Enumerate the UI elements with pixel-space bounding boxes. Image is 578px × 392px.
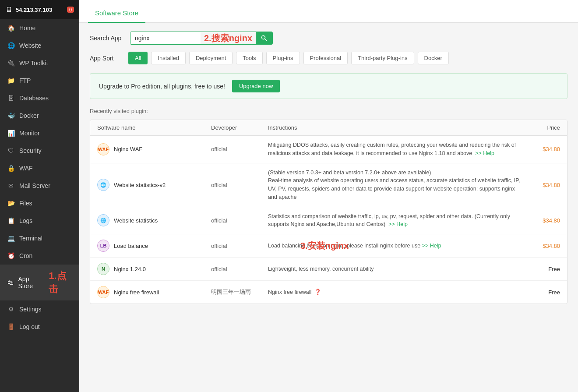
app-icon: N: [97, 263, 109, 275]
home-icon: 🏠: [7, 24, 15, 32]
price: $34.80: [521, 182, 560, 188]
app-icon: 🌐: [97, 214, 109, 226]
table-row[interactable]: LB Load balance official Load balancing …: [90, 234, 567, 258]
app-name: Nginx free firewall: [114, 289, 159, 296]
search-label: Search App: [90, 35, 125, 42]
instructions: Nginx free firewall ❓: [268, 288, 521, 297]
app-name-cell: WAF Nginx WAF: [97, 143, 211, 155]
sidebar-item-docker[interactable]: 🐳 Docker: [0, 107, 79, 124]
search-input[interactable]: [130, 32, 201, 44]
app-name: Website statistics-v2: [114, 182, 166, 188]
sidebar-item-settings[interactable]: ⚙ Settings: [0, 300, 79, 318]
sidebar-item-cron[interactable]: ⏰ Cron: [0, 247, 79, 265]
app-icon: WAF: [97, 286, 109, 298]
sidebar-item-label: Docker: [19, 112, 39, 119]
sidebar-item-logs[interactable]: 📋 Logs: [0, 212, 79, 230]
upgrade-now-button[interactable]: Upgrade now: [232, 80, 280, 92]
sidebar-item-label: Log out: [19, 323, 40, 330]
instructions: Lightweight, less memory, concurrent abi…: [268, 265, 521, 273]
developer: official: [211, 182, 268, 188]
sidebar-item-ftp[interactable]: 📁 FTP: [0, 72, 79, 89]
app-icon: 🌐: [97, 179, 109, 191]
tab-software-store[interactable]: Software Store: [88, 3, 145, 23]
price: $34.80: [521, 243, 560, 249]
search-row: Search App 2.搜索nginx: [90, 32, 567, 45]
sidebar-item-label: WAF: [19, 165, 33, 172]
sort-btn-docker[interactable]: Docker: [418, 52, 449, 64]
sort-btn-deployment[interactable]: Deployment: [189, 52, 233, 64]
wp-icon: 🔌: [7, 59, 15, 67]
col-price: Price: [521, 124, 560, 131]
price: Free: [521, 266, 560, 272]
sidebar-item-label: Monitor: [19, 130, 40, 137]
sidebar-item-logout[interactable]: 🚪 Log out: [0, 318, 79, 335]
developer: official: [211, 217, 268, 224]
sidebar: 🖥 54.213.37.103 0 🏠 Home 🌐 Website 🔌 WP …: [0, 0, 79, 392]
app-name-cell: 🌐 Website statistics-v2: [97, 179, 211, 191]
sidebar-item-label: Settings: [19, 306, 42, 313]
sidebar-item-app-store[interactable]: 🛍 App Store 1.点击: [0, 265, 79, 300]
app-name-cell: N Nginx 1.24.0: [97, 263, 211, 275]
sidebar-item-website[interactable]: 🌐 Website: [0, 37, 79, 54]
col-software-name: Software name: [97, 124, 211, 131]
instructions: Statistics and comparison of website tra…: [268, 212, 521, 229]
search-icon: [261, 35, 267, 41]
sidebar-item-label: Home: [19, 25, 35, 32]
sort-label: App Sort: [90, 55, 125, 62]
terminal-icon: 💻: [7, 234, 15, 242]
sort-btn-tools[interactable]: Tools: [236, 52, 262, 64]
database-icon: 🗄: [7, 94, 15, 102]
sort-btn-professional[interactable]: Professional: [303, 52, 348, 64]
notification-badge: 0: [67, 7, 74, 13]
table-row[interactable]: 🌐 Website statistics-v2 official (Stable…: [90, 163, 567, 207]
table-row[interactable]: 🌐 Website statistics official Statistics…: [90, 207, 567, 235]
sort-btn-plugins[interactable]: Plug-ins: [266, 52, 300, 64]
developer: official: [211, 243, 268, 249]
sidebar-item-label: Cron: [19, 252, 32, 259]
sidebar-item-security[interactable]: 🛡 Security: [0, 142, 79, 159]
price: $34.80: [521, 217, 560, 224]
search-button[interactable]: [256, 32, 272, 44]
docker-icon: 🐳: [7, 112, 15, 120]
sort-btn-installed[interactable]: Installed: [151, 52, 185, 64]
sidebar-item-home[interactable]: 🏠 Home: [0, 19, 79, 37]
sidebar-item-monitor[interactable]: 📊 Monitor: [0, 124, 79, 142]
sidebar-item-label: Logs: [19, 217, 32, 224]
files-icon: 📂: [7, 199, 15, 207]
app-name: Website statistics: [114, 217, 158, 224]
tab-bar: Software Store: [79, 0, 578, 23]
sidebar-item-waf[interactable]: 🔒 WAF: [0, 159, 79, 177]
sidebar-item-label: FTP: [19, 77, 31, 84]
price: $34.80: [521, 146, 560, 152]
monitor-icon: 📊: [7, 129, 15, 137]
app-name: Nginx 1.24.0: [114, 266, 146, 272]
price: Free: [521, 289, 560, 296]
sidebar-item-mail-server[interactable]: ✉ Mail Server: [0, 177, 79, 194]
app-name: Load balance: [114, 243, 148, 249]
sidebar-header: 🖥 54.213.37.103 0: [0, 0, 79, 19]
sidebar-item-label: Databases: [19, 95, 49, 102]
sidebar-item-label: Mail Server: [19, 182, 50, 189]
sidebar-item-databases[interactable]: 🗄 Databases: [0, 89, 79, 107]
table-row[interactable]: WAF Nginx free firewall 明国三年一场雨 Nginx fr…: [90, 281, 567, 304]
server-ip: 54.213.37.103: [16, 7, 52, 13]
ftp-icon: 📁: [7, 77, 15, 85]
sort-btn-third-party[interactable]: Third-party Plug-ins: [351, 52, 414, 64]
shield-icon: 🛡: [7, 147, 15, 155]
main-content: Software Store Search App 2.搜索nginx App …: [79, 0, 578, 392]
app-name-cell: WAF Nginx free firewall: [97, 286, 211, 298]
table-row[interactable]: WAF Nginx WAF official Mitigating DDOS a…: [90, 136, 567, 163]
sidebar-item-label: Website: [19, 42, 41, 49]
sort-row: App Sort All Installed Deployment Tools …: [90, 52, 567, 64]
content-area: Search App 2.搜索nginx App Sort All Instal…: [79, 23, 578, 392]
developer: 明国三年一场雨: [211, 288, 268, 296]
sidebar-item-wp-toolkit[interactable]: 🔌 WP Toolkit: [0, 54, 79, 72]
developer: official: [211, 266, 268, 272]
developer: official: [211, 146, 268, 152]
sort-btn-all[interactable]: All: [128, 52, 148, 64]
cron-icon: ⏰: [7, 252, 15, 260]
sidebar-item-files[interactable]: 📂 Files: [0, 194, 79, 212]
sidebar-item-terminal[interactable]: 💻 Terminal: [0, 230, 79, 247]
table-row[interactable]: N Nginx 1.24.0 official Lightweight, les…: [90, 258, 567, 281]
app-name-cell: 🌐 Website statistics: [97, 214, 211, 226]
